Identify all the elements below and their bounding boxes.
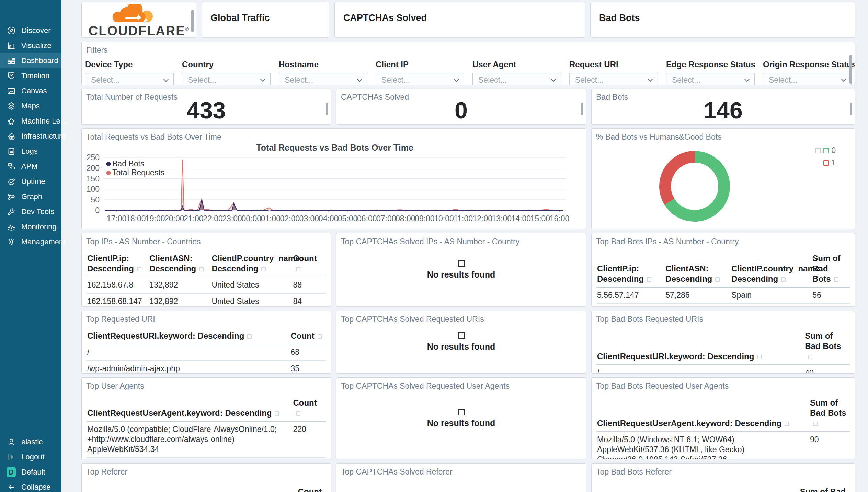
metric-panel-total-number-of-requests: Total Number of Requests433	[81, 89, 331, 125]
no-results: No results found	[336, 233, 586, 306]
sidebar-item-logs[interactable]: Logs	[0, 144, 61, 159]
infrastructure-icon	[7, 132, 16, 141]
svg-text:Total Requests: Total Requests	[112, 168, 164, 177]
table-column-header[interactable]: ClientASN: Descending	[149, 251, 211, 277]
filter-select-hostname[interactable]: Select...	[279, 73, 367, 85]
table-column-header[interactable]: Sum of Bad Bots	[804, 329, 850, 364]
table-column-header[interactable]: ClientIP.ip: Descending	[87, 251, 149, 277]
sidebar-item-timelion[interactable]: Timelion	[0, 68, 61, 83]
filter-select-origin-response-status[interactable]: Select...	[763, 73, 852, 85]
sidebar-item-maps[interactable]: Maps	[0, 98, 61, 114]
donut-legend-item-1[interactable]: 1	[823, 158, 836, 167]
select-placeholder: Select...	[478, 75, 507, 85]
no-results-text: No results found	[427, 418, 495, 428]
x-axis-tick-label: 22:00	[203, 214, 223, 223]
sidebar-item-label: Dev Tools	[21, 207, 54, 216]
maps-icon	[7, 102, 16, 111]
table-panel-title: Top Bad Bots IPs - AS Number - Country	[592, 233, 855, 246]
x-axis-tick-label: 13:00	[492, 214, 512, 223]
table-cell: Mozilla/5.0 (compatible; CloudFlare-Alwa…	[87, 422, 292, 457]
data-table: ClientIP.ip: DescendingClientASN: Descen…	[592, 251, 855, 307]
table-column-header[interactable]: ClientRequestURI.keyword: Descending	[596, 349, 804, 364]
sidebar-item-apm[interactable]: APM	[0, 159, 61, 174]
data-table: ClientIP.ip: DescendingClientASN: Descen…	[82, 251, 331, 307]
scrollbar[interactable]	[191, 10, 194, 32]
table-row: 162.158.68.147132,892United States84	[87, 294, 326, 307]
sidebar-item-visualize[interactable]: Visualize	[0, 38, 61, 53]
filter-select-request-uri[interactable]: Select...	[569, 73, 658, 85]
filter-select-client-ip[interactable]: Select...	[376, 73, 464, 85]
table-partial-header[interactable]: Count	[298, 487, 322, 492]
sidebar-footer-default[interactable]: DDefault	[0, 465, 61, 480]
sort-icon	[647, 277, 651, 282]
machine-learning-icon	[7, 117, 16, 126]
table-partial-header[interactable]: Sum of Bad	[800, 487, 846, 492]
sidebar-item-monitoring[interactable]: Monitoring	[0, 219, 61, 234]
table-column-header[interactable]: Sum of Bad Bots	[812, 251, 850, 287]
table-row: /wp-admin/admin-ajax.php35	[87, 361, 326, 374]
sidebar-item-discover[interactable]: Discover	[0, 23, 61, 38]
uptime-icon	[7, 177, 16, 186]
table-panel-top-user-agents: Top User AgentsClientRequestUserAgent.ke…	[81, 377, 331, 459]
sidebar-footer-collapse[interactable]: Collapse	[0, 480, 61, 492]
scrollbar[interactable]	[849, 55, 852, 84]
table-column-header[interactable]: ClientRequestUserAgent.keyword: Descendi…	[596, 416, 809, 431]
table-column-header[interactable]: ClientASN: Descending	[665, 261, 731, 287]
sidebar-item-uptime[interactable]: Uptime	[0, 174, 61, 189]
legend-item-total-requests[interactable]: Total Requests	[106, 168, 165, 177]
sidebar-item-graph[interactable]: Graph	[0, 189, 61, 204]
sidebar-item-canvas[interactable]: Canvas	[0, 83, 61, 98]
sidebar-item-infrastructure[interactable]: Infrastructure	[0, 129, 61, 144]
chevron-down-icon	[648, 76, 653, 82]
table-panel-top-bad-bots-ips-as-number-country: Top Bad Bots IPs - AS Number - CountryCl…	[591, 233, 855, 307]
scrollbar[interactable]	[581, 103, 583, 115]
metric-value: 433	[82, 97, 331, 124]
filter-select-country[interactable]: Select...	[182, 73, 271, 85]
table-column-header[interactable]: ClientRequestUserAgent.keyword: Descendi…	[87, 406, 292, 421]
sidebar-footer-elastic[interactable]: elastic	[0, 434, 61, 449]
filter-select-edge-response-status[interactable]: Select...	[666, 73, 755, 85]
table-column-header[interactable]: Count	[292, 251, 326, 277]
sidebar-item-management[interactable]: Management	[0, 234, 61, 249]
table-panel-top-bad-bots-requested-uris: Top Bad Bots Requested URIsClientRequest…	[591, 311, 855, 374]
table-column-header[interactable]: ClientRequestURI.keyword: Descending	[87, 329, 290, 344]
table-cell: 5.56.57.147	[596, 288, 665, 303]
chevron-down-icon	[357, 76, 363, 82]
no-results-icon	[458, 332, 465, 339]
table-column-header[interactable]: Count	[290, 329, 326, 344]
scrollbar[interactable]	[850, 103, 852, 115]
sidebar-footer: elasticLogoutDDefaultCollapse	[0, 434, 61, 492]
y-axis-tick-label: 250	[87, 153, 100, 162]
visualize-icon	[7, 41, 16, 50]
table-cell: 35	[290, 361, 326, 374]
table-panel-top-bad-bots-requested-user-agents: Top Bad Bots Requested User AgentsClient…	[591, 377, 855, 459]
filter-label: Edge Response Status	[666, 60, 755, 69]
table-panel-top-bad-bots-referer: Top Bad Bots RefererSum of Bad	[591, 463, 855, 492]
table-column-header[interactable]: ClientIP.country_name: Descending	[211, 251, 292, 277]
filter-select-user-agent[interactable]: Select...	[472, 73, 561, 85]
x-axis-tick-label: 21:00	[184, 214, 204, 223]
sidebar-item-machine-le[interactable]: Machine Le…	[0, 114, 61, 129]
sort-icon	[261, 267, 266, 271]
table-column-header[interactable]: ClientIP.ip: Descending	[596, 261, 665, 287]
sidebar-footer-logout[interactable]: Logout	[0, 449, 61, 465]
table-column-header[interactable]: Count	[292, 396, 326, 421]
table-cell: 84	[292, 294, 326, 307]
dev-tools-icon	[7, 207, 16, 216]
discover-icon	[7, 26, 16, 35]
table-row: Mozilla/5.0 (compatible; CloudFlare-Alwa…	[87, 422, 326, 458]
table-column-header[interactable]: ClientIP.country_name: Descending	[731, 261, 812, 287]
legend-color-box-icon	[823, 148, 829, 153]
dashboard-icon	[7, 56, 16, 66]
sidebar-item-dev-tools[interactable]: Dev Tools	[0, 204, 61, 219]
x-axis-tick-label: 07:00	[376, 214, 396, 223]
scrollbar[interactable]	[326, 103, 328, 115]
sidebar-item-dashboard[interactable]: Dashboard	[0, 53, 61, 68]
table-column-header[interactable]: Sum of Bad Bots	[809, 396, 850, 431]
donut-legend-item-0[interactable]: 0	[815, 146, 836, 155]
table-panel-title: Top Bad Bots Requested URIs	[592, 311, 855, 324]
filter-select-device-type[interactable]: Select...	[85, 73, 174, 85]
legend-item-bad-bots[interactable]: Bad Bots	[106, 159, 145, 168]
table-panel-top-captchas-solved-requested-uris: Top CAPTCHAs Solved Requested URIsNo res…	[336, 311, 586, 374]
sort-icon	[296, 411, 300, 416]
